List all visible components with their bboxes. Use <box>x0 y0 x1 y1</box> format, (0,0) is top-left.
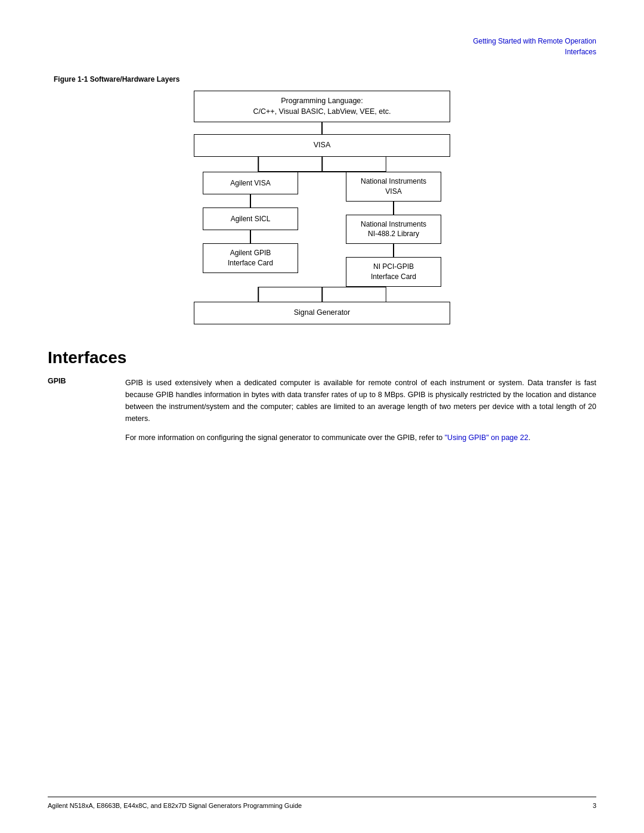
left-conn-2 <box>250 230 251 243</box>
merge-right-vert <box>385 287 386 302</box>
fork-left-vert <box>258 157 259 172</box>
gpib-term: GPIB <box>48 377 125 451</box>
fork-vert <box>321 157 323 172</box>
fork-connector <box>194 157 450 172</box>
agilent-visa-box: Agilent VISA <box>203 172 298 194</box>
fork-right-vert <box>385 157 386 172</box>
ni-488-box: National InstrumentsNI-488.2 Library <box>346 215 441 244</box>
nav-title-link[interactable]: Getting Started with Remote Operation In… <box>473 37 596 56</box>
branch-right-1: National InstrumentsVISA National Instru… <box>337 172 450 287</box>
right-conn-1 <box>393 202 394 215</box>
header-nav: Getting Started with Remote Operation In… <box>48 36 596 57</box>
ni-visa-text: National InstrumentsVISA <box>361 176 426 197</box>
left-conn-1 <box>250 194 251 208</box>
merge-left-vert <box>258 287 259 302</box>
agilent-gpib-box: Agilent GPIBInterface Card <box>203 243 298 273</box>
visa-box: VISA <box>194 134 450 157</box>
gpib-definition-row: GPIB GPIB is used extensively when a ded… <box>48 377 596 451</box>
gpib-body-2-suffix: . <box>528 433 530 442</box>
signal-generator-text: Signal Generator <box>294 308 351 318</box>
nav-line1: Getting Started with Remote Operation <box>473 37 596 45</box>
footer-left-text: Agilent N518xA, E8663B, E44x8C, and E82x… <box>48 802 302 809</box>
right-conn-2 <box>393 244 394 257</box>
interfaces-section: Interfaces GPIB GPIB is used extensively… <box>48 348 596 451</box>
diagram-container: Programming Language:C/C++, Visual BASIC… <box>48 91 596 324</box>
gpib-body-2-prefix: For more information on configuring the … <box>125 433 445 442</box>
page-footer: Agilent N518xA, E8663B, E44x8C, and E82x… <box>48 797 596 809</box>
visa-text: VISA <box>314 140 331 151</box>
branch-left-1: Agilent VISA Agilent SICL Agilent GPIBIn… <box>194 172 307 273</box>
nav-line2: Interfaces <box>565 48 596 56</box>
gpib-body: GPIB is used extensively when a dedicate… <box>125 377 596 451</box>
programming-language-box: Programming Language:C/C++, Visual BASIC… <box>194 91 450 122</box>
connector-1 <box>321 122 323 134</box>
fork-horiz <box>258 171 386 172</box>
ni-pci-gpib-box: NI PCI-GPIBInterface Card <box>346 257 441 287</box>
agilent-visa-text: Agilent VISA <box>230 178 270 188</box>
split-row-1: Agilent VISA Agilent SICL Agilent GPIBIn… <box>194 172 450 287</box>
page-container: Getting Started with Remote Operation In… <box>0 0 644 833</box>
agilent-sicl-text: Agilent SICL <box>231 214 271 224</box>
gpib-body-2: For more information on configuring the … <box>125 432 596 444</box>
footer-right-text: 3 <box>593 802 596 809</box>
merge-connector <box>194 287 450 302</box>
agilent-gpib-text: Agilent GPIBInterface Card <box>228 248 273 268</box>
signal-generator-box: Signal Generator <box>194 302 450 324</box>
ni-visa-box: National InstrumentsVISA <box>346 172 441 202</box>
ni-pci-gpib-text: NI PCI-GPIBInterface Card <box>371 262 416 282</box>
gpib-body-1: GPIB is used extensively when a dedicate… <box>125 377 596 425</box>
programming-language-text: Programming Language:C/C++, Visual BASIC… <box>253 96 391 117</box>
interfaces-title: Interfaces <box>48 348 596 367</box>
figure-label: Figure 1-1 Software/Hardware Layers <box>54 75 596 83</box>
agilent-sicl-box: Agilent SICL <box>203 208 298 230</box>
merge-center-vert <box>321 287 323 302</box>
gpib-link[interactable]: "Using GPIB" on page 22 <box>445 433 528 442</box>
ni-488-text: National InstrumentsNI-488.2 Library <box>361 219 426 240</box>
